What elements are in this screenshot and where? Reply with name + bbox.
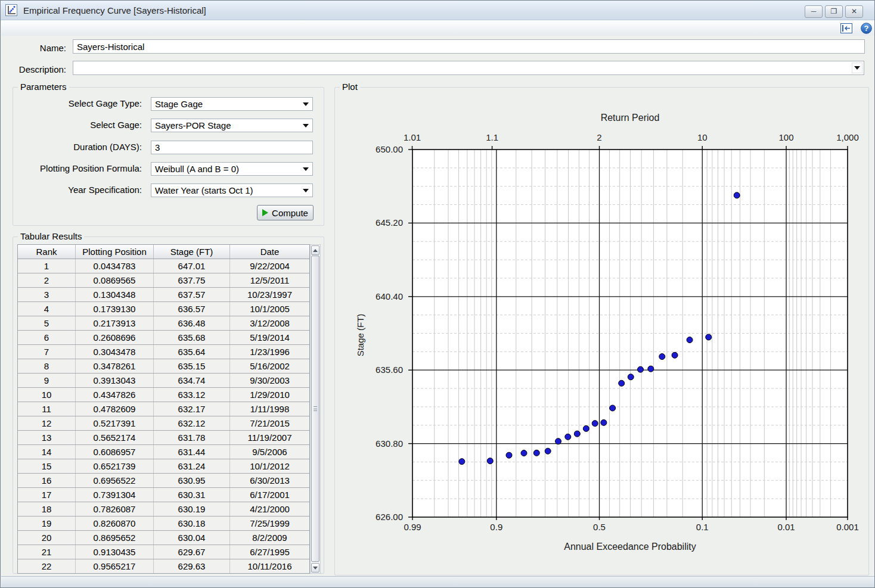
table-row[interactable]: 120.5217391632.127/21/2015 [18, 416, 309, 431]
table-cell: 6/30/2013 [230, 474, 309, 487]
gage-combobox[interactable]: Sayers-POR Stage [151, 119, 313, 132]
chevron-down-icon [854, 66, 860, 70]
table-row[interactable]: 220.9565217629.6310/11/2016 [18, 559, 309, 574]
data-point [659, 354, 665, 360]
results-table: 10.0434783647.019/22/200420.0869565637.7… [17, 259, 310, 574]
axis-tick-label: 640.40 [376, 291, 403, 301]
data-point [610, 405, 616, 411]
table-cell: 0.5217391 [76, 416, 154, 430]
table-cell: 8/2/2009 [230, 531, 309, 545]
axis-tick-label: 1.01 [404, 132, 421, 142]
description-dropdown-button[interactable] [852, 63, 862, 73]
triangle-up-icon [313, 249, 318, 252]
table-cell: 630.18 [154, 517, 230, 530]
name-input[interactable] [73, 39, 865, 54]
help-icon[interactable]: ? [861, 23, 872, 34]
table-row[interactable]: 40.1739130636.5710/1/2005 [18, 302, 309, 316]
table-cell: 630.95 [154, 474, 230, 487]
table-cell: 19 [18, 517, 76, 530]
table-row[interactable]: 210.9130435629.676/27/1995 [18, 545, 309, 559]
table-cell: 1/29/2010 [230, 388, 309, 402]
table-row[interactable]: 30.1304348637.5710/23/1997 [18, 288, 309, 302]
table-cell: 0.1739130 [76, 302, 154, 316]
scrollbar-thumb[interactable] [311, 256, 319, 562]
table-cell: 630.04 [154, 531, 230, 545]
table-cell: 7/21/2015 [230, 416, 309, 430]
axis-tick-label: 0.001 [836, 522, 859, 532]
table-cell: 9/5/2006 [230, 445, 309, 459]
table-cell: 0.3478261 [76, 359, 154, 373]
data-point [628, 374, 634, 380]
duration-input[interactable]: 3 [151, 141, 313, 154]
axis-tick-label: 635.60 [376, 365, 403, 375]
scatter-plot-app-icon [5, 4, 17, 16]
table-cell: 7 [18, 345, 76, 359]
table-cell: 635.15 [154, 359, 230, 373]
data-point [521, 450, 527, 456]
minimize-button[interactable]: ─ [805, 5, 823, 18]
table-row[interactable]: 160.6956522630.956/30/2013 [18, 474, 309, 488]
table-cell: 7/25/1999 [230, 517, 309, 530]
maximize-button[interactable]: ❐ [825, 5, 843, 18]
axis-tick-label: 626.00 [376, 512, 403, 522]
table-cell: 0.4347826 [76, 388, 154, 402]
data-point [574, 431, 580, 437]
data-point [583, 425, 589, 431]
table-cell: 647.01 [154, 259, 230, 273]
data-point [619, 380, 625, 386]
column-header-rank: Rank [18, 245, 76, 259]
table-row[interactable]: 20.0869565637.7512/5/2011 [18, 273, 309, 288]
compute-button[interactable]: Compute [257, 205, 314, 220]
table-cell: 6/17/2001 [230, 488, 309, 502]
return-period-axis-title: Return Period [412, 113, 848, 123]
table-cell: 0.7826087 [76, 502, 154, 516]
table-row[interactable]: 140.6086957631.449/5/2006 [18, 445, 309, 459]
table-row[interactable]: 200.8695652630.048/2/2009 [18, 531, 309, 545]
axis-tick-label: 10 [697, 132, 708, 142]
table-cell: 631.44 [154, 445, 230, 459]
scroll-up-button[interactable] [311, 245, 319, 255]
table-row[interactable]: 10.0434783647.019/22/2004 [18, 259, 309, 273]
plotting-position-combobox[interactable]: Weibull (A and B = 0) [151, 162, 313, 176]
table-row[interactable]: 80.3478261635.155/16/2002 [18, 359, 309, 374]
table-cell: 0.9565217 [76, 559, 154, 573]
table-row[interactable]: 50.2173913636.483/12/2008 [18, 316, 309, 331]
gage-type-combobox[interactable]: Stage Gage [151, 97, 313, 111]
table-cell: 12/5/2011 [230, 273, 309, 287]
year-specification-combobox[interactable]: Water Year (starts Oct 1) [151, 183, 313, 197]
table-cell: 9/22/2004 [230, 259, 309, 273]
table-cell: 5 [18, 316, 76, 330]
table-cell: 9/30/2003 [230, 374, 309, 387]
frequency-curve-plot[interactable] [412, 150, 848, 517]
table-cell: 1/23/1996 [230, 345, 309, 359]
table-cell: 0.5652174 [76, 431, 154, 444]
table-cell: 11 [18, 402, 76, 416]
table-cell: 0.3043478 [76, 345, 154, 359]
column-header-stage: Stage (FT) [154, 245, 230, 259]
axis-tick-label: 630.80 [376, 438, 403, 449]
empirical-frequency-curve-window: Empirical Frequency Curve [Sayers-Histor… [0, 0, 875, 588]
table-cell: 630.31 [154, 488, 230, 502]
table-row[interactable]: 70.3043478635.641/23/1996 [18, 345, 309, 359]
data-point [506, 452, 512, 458]
table-row[interactable]: 170.7391304630.316/17/2001 [18, 488, 309, 502]
table-cell: 12 [18, 416, 76, 430]
table-cell: 10 [18, 388, 76, 402]
table-cell: 3/12/2008 [230, 316, 309, 330]
table-cell: 22 [18, 559, 76, 573]
table-row[interactable]: 150.6521739631.2410/1/2012 [18, 459, 309, 474]
close-button[interactable]: ✕ [845, 5, 863, 18]
chevron-down-icon [303, 189, 309, 192]
description-combobox[interactable] [73, 61, 864, 75]
table-scrollbar[interactable] [310, 244, 321, 574]
table-row[interactable]: 90.3913043634.749/30/2003 [18, 374, 309, 388]
table-row[interactable]: 110.4782609632.171/11/1998 [18, 402, 309, 416]
table-cell: 13 [18, 431, 76, 444]
table-row[interactable]: 130.5652174631.7811/19/2007 [18, 431, 309, 445]
scroll-down-button[interactable] [311, 563, 319, 573]
table-row[interactable]: 60.2608696635.685/19/2014 [18, 331, 309, 345]
table-row[interactable]: 190.8260870630.187/25/1999 [18, 517, 309, 531]
dock-panel-icon[interactable] [840, 23, 852, 33]
table-row[interactable]: 180.7826087630.194/21/2000 [18, 502, 309, 517]
table-row[interactable]: 100.4347826633.121/29/2010 [18, 388, 309, 402]
